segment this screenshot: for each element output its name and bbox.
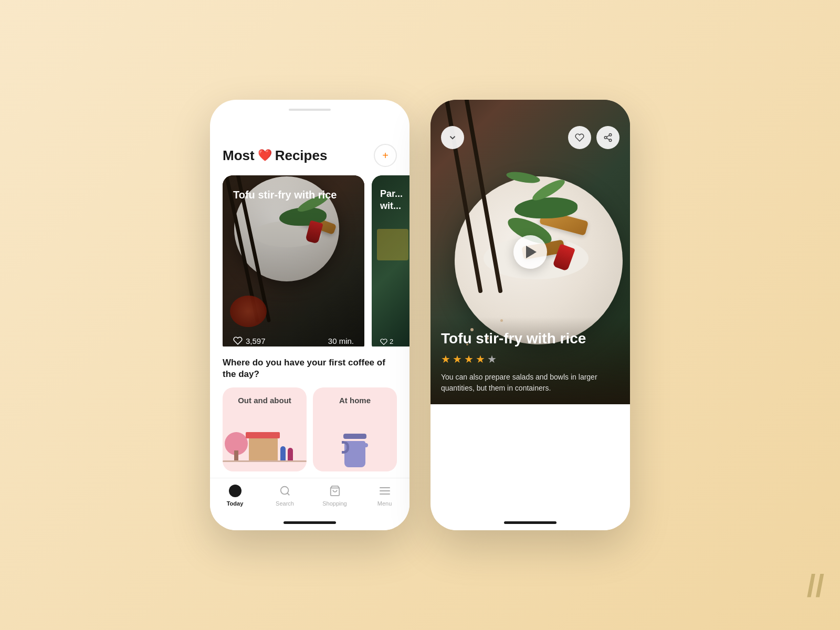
title-most: Most xyxy=(223,148,255,164)
recipe-likes-2: 2 xyxy=(380,338,393,345)
recipe-footer-1: 3,597 30 min. xyxy=(233,336,354,345)
svg-line-5 xyxy=(606,138,609,140)
star-3: ★ xyxy=(464,353,474,365)
phone1-header: Most ❤️ Recipes + xyxy=(210,112,410,175)
title-recipes: Recipes xyxy=(275,148,328,164)
phone-2: Tofu stir-fry with rice ★ ★ ★ ★ ★ You ca… xyxy=(430,100,630,530)
recipe-card-2[interactable]: Par...wit... 2 xyxy=(372,175,410,346)
page-title: Most ❤️ Recipes xyxy=(223,148,327,164)
recipe-title-1: Tofu stir-fry with rice xyxy=(233,188,354,202)
share-icon xyxy=(603,133,613,142)
coffee-section: Where do you have your first coffee of t… xyxy=(210,346,410,478)
fruit-visual xyxy=(377,229,408,260)
svg-line-6 xyxy=(606,135,609,137)
nav-search-label: Search xyxy=(276,500,294,507)
like-button[interactable] xyxy=(568,126,591,149)
recipe-card-1[interactable]: Tofu stir-fry with rice 3,597 30 min. xyxy=(223,175,364,346)
nav-shopping-label: Shopping xyxy=(322,500,347,507)
coffee-options: Out and about xyxy=(223,387,397,471)
nav-today[interactable]: Today xyxy=(219,484,251,507)
heart-icon xyxy=(575,133,584,142)
option-label-out: Out and about xyxy=(223,396,307,405)
coffee-option-out[interactable]: Out and about xyxy=(223,387,307,471)
nav-today-label: Today xyxy=(227,500,244,507)
phone2-header xyxy=(430,100,630,158)
phone2-content: Tofu stir-fry with rice ★ ★ ★ ★ ★ You ca… xyxy=(430,100,630,517)
awning-visual xyxy=(246,432,280,438)
bottom-nav: Today Search xyxy=(210,478,410,517)
nav-menu[interactable]: Menu xyxy=(369,484,401,507)
recipes-scroll: Tofu stir-fry with rice 3,597 30 min. xyxy=(210,175,410,346)
svg-point-4 xyxy=(609,139,612,142)
option-label-home: At home xyxy=(313,396,397,405)
star-1: ★ xyxy=(441,353,450,365)
phone1-content: Most ❤️ Recipes + xyxy=(210,112,410,517)
add-recipe-button[interactable]: + xyxy=(374,144,397,167)
hero-info-bar: Tofu stir-fry with rice ★ ★ ★ ★ ★ You ca… xyxy=(430,317,630,404)
recipe-likes-1: 3,597 xyxy=(233,336,266,345)
ground-visual xyxy=(223,460,307,462)
add-icon: + xyxy=(382,150,388,162)
status-bar-phone1 xyxy=(210,107,410,112)
search-icon xyxy=(278,484,292,498)
recipe-title-2: Par...wit... xyxy=(380,188,410,213)
chevron-down-icon xyxy=(448,133,457,142)
coffee-question: Where do you have your first coffee of t… xyxy=(223,357,397,380)
star-rating: ★ ★ ★ ★ ★ xyxy=(441,353,620,365)
star-4: ★ xyxy=(476,353,485,365)
phone-1: Most ❤️ Recipes + xyxy=(210,100,410,530)
building-visual xyxy=(249,437,278,461)
tree-visual xyxy=(227,432,246,461)
heart-icon-2 xyxy=(380,338,387,345)
menu-icon xyxy=(377,484,392,498)
svg-point-2 xyxy=(609,134,612,136)
nav-menu-label: Menu xyxy=(377,500,392,507)
play-button[interactable] xyxy=(513,235,547,269)
back-button[interactable] xyxy=(441,126,464,149)
phone2-home-bar xyxy=(430,517,630,530)
hero-description: You can also prepare salads and bowls in… xyxy=(441,372,620,394)
home-indicator-2 xyxy=(504,521,556,524)
deco-slash: // xyxy=(807,568,824,604)
coffee-pot-visual xyxy=(342,436,368,467)
recipe-time-1: 30 min. xyxy=(328,337,354,345)
nav-search[interactable]: Search xyxy=(269,484,301,507)
svg-point-0 xyxy=(280,487,288,495)
star-5: ★ xyxy=(487,353,497,365)
likes-count-1: 3,597 xyxy=(246,337,266,345)
illustration-out xyxy=(223,414,307,471)
coffee-option-home[interactable]: At home xyxy=(313,387,397,471)
status-line xyxy=(289,109,331,111)
nav-shopping[interactable]: Shopping xyxy=(319,484,351,507)
shopping-icon xyxy=(328,484,342,498)
header-actions xyxy=(568,126,620,149)
play-icon xyxy=(526,246,537,258)
home-indicator xyxy=(284,521,336,524)
today-icon xyxy=(228,484,243,498)
person2-visual xyxy=(288,448,293,461)
svg-point-3 xyxy=(604,136,607,139)
person1-visual xyxy=(280,446,286,461)
share-button[interactable] xyxy=(596,126,620,149)
heart-emoji-icon: ❤️ xyxy=(258,149,272,162)
star-2: ★ xyxy=(453,353,462,365)
hero-recipe-title: Tofu stir-fry with rice xyxy=(441,330,620,348)
heart-icon xyxy=(233,336,243,345)
illustration-home xyxy=(313,414,397,471)
phone1-home-bar xyxy=(210,517,410,530)
likes-count-2: 2 xyxy=(390,338,393,345)
